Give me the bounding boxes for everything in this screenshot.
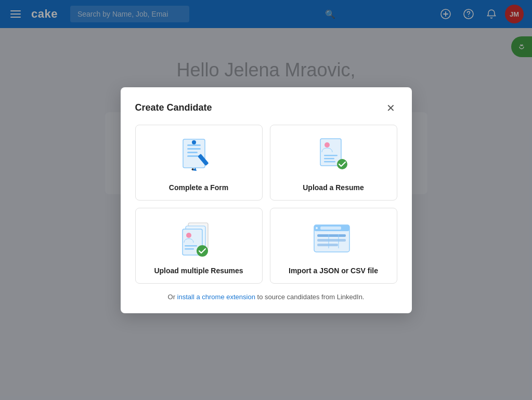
footer-prefix: Or (168, 293, 177, 301)
svg-point-14 (325, 142, 330, 148)
complete-form-icon (178, 137, 219, 176)
options-grid: Complete a Form (135, 125, 397, 284)
complete-form-icon-area (175, 136, 222, 177)
svg-point-9 (192, 140, 196, 144)
import-csv-icon-area (310, 219, 357, 260)
svg-rect-23 (185, 245, 197, 247)
svg-rect-16 (324, 158, 334, 159)
modal-title: Create Candidate (135, 102, 212, 113)
modal-header: Create Candidate ✕ (135, 102, 397, 114)
complete-form-label: Complete a Form (169, 183, 228, 192)
import-csv-label: Import a JSON or CSV file (289, 266, 378, 275)
svg-rect-7 (187, 152, 198, 153)
upload-resume-label: Upload a Resume (303, 183, 364, 192)
modal-footer: Or install a chrome extension to source … (135, 293, 397, 301)
svg-rect-31 (317, 239, 346, 242)
create-candidate-modal: Create Candidate ✕ (121, 87, 412, 313)
upload-multiple-icon (175, 219, 222, 260)
option-complete-form[interactable]: Complete a Form (135, 125, 263, 201)
option-upload-multiple[interactable]: Upload multiple Resumes (135, 208, 263, 284)
modal-overlay: Create Candidate ✕ (0, 0, 532, 400)
option-upload-resume[interactable]: Upload a Resume (270, 125, 397, 201)
upload-multiple-label: Upload multiple Resumes (154, 266, 243, 275)
upload-resume-icon (313, 137, 354, 176)
upload-multiple-icon-area (175, 219, 222, 260)
modal-close-button[interactable]: ✕ (384, 102, 397, 114)
chrome-extension-link[interactable]: install a chrome extension (177, 293, 255, 301)
import-csv-icon (310, 220, 357, 259)
svg-rect-32 (317, 244, 338, 246)
option-import-csv[interactable]: Import a JSON or CSV file (270, 208, 397, 284)
upload-resume-icon-area (310, 136, 357, 177)
footer-suffix: to source candidates from LinkedIn. (255, 293, 365, 301)
svg-rect-28 (320, 226, 341, 230)
svg-rect-15 (324, 155, 338, 156)
svg-rect-6 (187, 148, 201, 150)
svg-rect-30 (317, 234, 346, 237)
svg-rect-8 (187, 155, 199, 157)
svg-point-22 (186, 233, 191, 238)
svg-rect-5 (187, 144, 201, 146)
svg-point-25 (197, 245, 208, 257)
svg-rect-17 (324, 161, 335, 163)
svg-rect-24 (185, 248, 194, 250)
svg-point-29 (316, 227, 318, 229)
